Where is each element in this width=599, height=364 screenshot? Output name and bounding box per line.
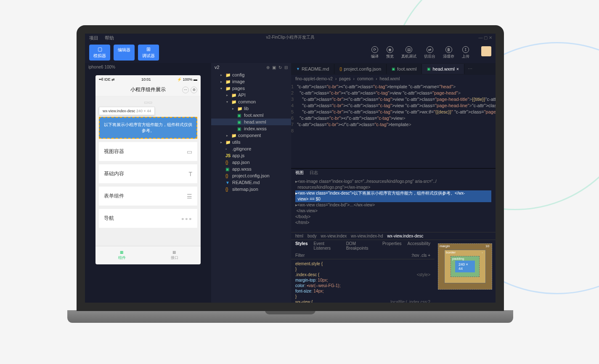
dom-crumb-item[interactable]: wx-view.index [321, 234, 347, 238]
list-item[interactable]: 视图容器▭ [99, 142, 197, 161]
dom-node[interactable]: </html> [295, 220, 491, 226]
action-上传-button[interactable]: ↥上传 [462, 46, 469, 59]
refresh-icon[interactable]: ↻ [278, 65, 282, 70]
breadcrumb-item[interactable]: common [357, 76, 373, 81]
breadcrumb-item[interactable]: fino-applet-demo-v2 [295, 76, 333, 81]
dom-node[interactable]: ▸<wx-view class="index-desc">以下将展示小程序官方组… [295, 190, 491, 196]
tree-item-foot.wxml[interactable]: ▣foot.wxml [211, 112, 291, 119]
close-icon[interactable]: × [456, 67, 459, 71]
menu-project[interactable]: 项目 [89, 35, 98, 41]
list-item[interactable]: 导航∘∘∘ [99, 209, 197, 228]
toolbar: ▢模拟器编辑器⊞调试器 ⟳编译◉预览▤真机调试⇄切后台🗑清缓存↥上传 [85, 42, 496, 63]
action-真机调试-button[interactable]: ▤真机调试 [401, 46, 416, 59]
box-model: margin10 border- padding 240 × 44 [435, 240, 496, 303]
dom-crumb-item[interactable]: body [307, 234, 317, 238]
status-time: 10:01 [141, 77, 151, 82]
dom-node[interactable]: view> == $0 [295, 196, 491, 202]
tree-item-component[interactable]: ▸📁component [211, 132, 291, 139]
code-line[interactable]: "c-attr">class="c-br"><"c-attr">class="c… [297, 103, 496, 109]
nav-title: 小程序组件展示 [130, 86, 166, 93]
dom-node[interactable]: ▸<wx-view class="index-bd">…</wx-view> [295, 202, 491, 208]
file-explorer: v2 ⊕ ▣ ↻ ⊟ ▸📁config▸📁image▾📁pages▸📁API▾📁… [211, 63, 291, 303]
tree-item-.gitignore[interactable]: ▫.gitignore [211, 145, 291, 152]
action-预览-button[interactable]: ◉预览 [386, 46, 394, 59]
dom-node[interactable]: </body> [295, 214, 491, 220]
tree-item-pages[interactable]: ▾📁pages [211, 85, 291, 92]
menu-help[interactable]: 帮助 [105, 35, 114, 41]
code-line[interactable]: "c-attr">class="c-br"><"c-attr">class="c… [297, 109, 496, 115]
breadcrumb-item[interactable]: pages [339, 76, 350, 81]
tree-item-app.js[interactable]: JSapp.js [211, 152, 291, 159]
styles-filter-input[interactable]: Filter [295, 253, 305, 258]
code-line[interactable]: "c-attr">class="c-br"></"c-attr">class="… [297, 115, 496, 121]
status-battery: ⚡ 100% ▬ [177, 77, 197, 82]
nav-more-icon[interactable]: ⋯ [182, 87, 189, 93]
simulator-panel: iphone6 100% ••ll IDE ⇌ 10:01 ⚡ 100% ▬ 小… [85, 63, 211, 303]
new-folder-icon[interactable]: ▣ [272, 65, 276, 70]
new-file-icon[interactable]: ⊕ [266, 65, 270, 70]
styles-tab-Accessibility[interactable]: Accessibility [408, 241, 430, 251]
list-item[interactable]: 基础内容T [99, 164, 197, 183]
explorer-root[interactable]: v2 [215, 65, 220, 70]
dom-crumb-item[interactable]: wx-view.index-hd [351, 234, 383, 238]
tabbar-组件[interactable]: ▦组件 [95, 246, 148, 264]
window-controls[interactable]: — ▢ ✕ [478, 35, 492, 40]
nav-close-icon[interactable]: ⊙ [191, 87, 197, 93]
menubar: 项目 帮助 v2-FinClip小程序开发工具 — ▢ ✕ [85, 34, 496, 42]
inspect-tooltip: wx-view.index-desc 240 × 44 [99, 107, 155, 115]
breadcrumb-item[interactable]: head.wxml [380, 76, 400, 81]
tab-more-icon[interactable]: ⋯ [464, 66, 476, 72]
dom-node[interactable]: resources/kind/logo.png"></wx-image> [295, 185, 491, 190]
inspector-tab-log[interactable]: 日志 [310, 170, 318, 176]
code-line[interactable]: "c-attr">class="c-br"><"c-attr">class="c… [297, 84, 496, 90]
action-清缓存-button[interactable]: 🗑清缓存 [443, 46, 454, 59]
tree-item-sitemap.json[interactable]: {}sitemap.json [211, 186, 291, 193]
highlighted-element[interactable]: 以下将展示小程序官方组件能力，组件样式仅供参考。 [99, 117, 197, 139]
editor-tab-foot.wxml[interactable]: ▣foot.wxml [387, 64, 422, 74]
dom-node[interactable]: ▸<wx-image class="index-logo" src="../re… [295, 179, 491, 185]
editor-tab-head.wxml[interactable]: ▣head.wxml× [422, 64, 464, 74]
tree-item-image[interactable]: ▸📁image [211, 78, 291, 85]
tree-item-lib[interactable]: ▸📁lib [211, 105, 291, 112]
editor-panel: ▼README.md{}project.config.json▣foot.wxm… [291, 63, 496, 303]
code-line[interactable] [297, 128, 496, 134]
tree-item-head.wxml[interactable]: ▣head.wxml [211, 119, 291, 125]
styles-hov-toggle[interactable]: :hov .cls + [411, 253, 430, 258]
tree-item-index.wxss[interactable]: ▣index.wxss [211, 125, 291, 132]
dom-crumb-item[interactable]: wx-view.index-desc [387, 234, 423, 238]
list-item[interactable]: 表单组件☰ [99, 187, 197, 206]
styles-tab-Properties[interactable]: Properties [382, 241, 402, 251]
phone-simulator: ••ll IDE ⇌ 10:01 ⚡ 100% ▬ 小程序组件展示 ⋯ ⊙ ▭▭… [95, 75, 201, 264]
toolbar-调试器-button[interactable]: ⊞调试器 [138, 45, 159, 61]
code-line[interactable]: "c-attr">class="c-br"></"c-attr">class="… [297, 121, 496, 128]
tree-item-app.json[interactable]: {}app.json [211, 159, 291, 166]
tabbar-接口[interactable]: ▦接口 [148, 246, 201, 264]
avatar[interactable] [481, 46, 491, 56]
editor-tab-project.config.json[interactable]: {}project.config.json [334, 64, 387, 74]
ide-window: 项目 帮助 v2-FinClip小程序开发工具 — ▢ ✕ ▢模拟器编辑器⊞调试… [85, 34, 496, 303]
styles-tab-Event Listeners[interactable]: Event Listeners [313, 241, 340, 251]
editor-tab-README.md[interactable]: ▼README.md [291, 64, 334, 74]
tree-item-common[interactable]: ▾📁common [211, 98, 291, 105]
code-line[interactable]: "c-attr">class="c-br"><"c-attr">class="c… [297, 90, 496, 96]
action-切后台-button[interactable]: ⇄切后台 [424, 46, 435, 59]
tree-item-project.config.json[interactable]: {}project.config.json [211, 172, 291, 179]
tree-item-README.md[interactable]: ▼README.md [211, 179, 291, 186]
action-编译-button[interactable]: ⟳编译 [371, 46, 379, 59]
tree-item-config[interactable]: ▸📁config [211, 71, 291, 78]
inspector-tab-view[interactable]: 视图 [295, 170, 304, 176]
tree-item-app.wxss[interactable]: ▣app.wxss [211, 166, 291, 172]
window-title: v2-FinClip小程序开发工具 [266, 34, 314, 40]
toolbar-编辑器-button[interactable]: 编辑器 [114, 45, 135, 61]
tree-item-utils[interactable]: ▸📁utils [211, 139, 291, 145]
collapse-icon[interactable]: ⊟ [284, 65, 288, 70]
code-line[interactable]: "c-attr">class="c-br"><"c-attr">class="c… [297, 96, 496, 103]
dom-crumb-item[interactable]: html [295, 234, 303, 238]
status-signal: ••ll IDE ⇌ [99, 77, 115, 82]
dom-node[interactable]: </wx-view> [295, 208, 491, 214]
styles-tab-Styles[interactable]: Styles [295, 241, 307, 251]
styles-tab-DOM Breakpoints[interactable]: DOM Breakpoints [346, 241, 376, 251]
inspector-panel: 视图 日志 ▸<wx-image class="index-logo" src=… [291, 168, 496, 303]
tree-item-API[interactable]: ▸📁API [211, 92, 291, 98]
toolbar-模拟器-button[interactable]: ▢模拟器 [89, 45, 110, 61]
